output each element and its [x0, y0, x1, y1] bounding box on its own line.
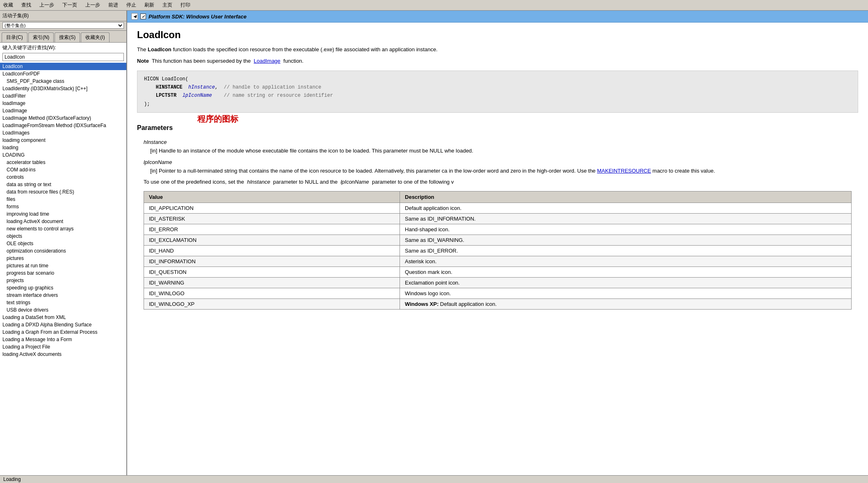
menu-shangyi2[interactable]: 上一步	[84, 1, 102, 9]
menu-chaozhao[interactable]: 查找	[20, 1, 33, 9]
makeintresource-link[interactable]: MAKEINTRESOURCE	[597, 168, 651, 174]
note-text: This function has been superseded by the	[152, 58, 251, 64]
sidebar-list-item[interactable]: Loading a Message Into a Form	[0, 336, 126, 343]
search-input[interactable]	[2, 53, 124, 61]
sidebar-list-item[interactable]: loadImage	[0, 100, 126, 107]
loadicon-bold: LoadIcon	[148, 46, 171, 52]
icon-table: Value Description IDI_APPLICATIONDefault…	[144, 191, 852, 310]
menu-zhuye[interactable]: 主页	[161, 1, 174, 9]
sidebar-list-item[interactable]: improving load time	[0, 210, 126, 218]
code-comment-line2: // handle to application instance	[224, 84, 321, 90]
table-row: IDI_HANDSame as IDI_ERROR.	[144, 245, 852, 256]
sidebar-list-item[interactable]: loading ActiveX documents	[0, 351, 126, 358]
menu-dayin[interactable]: 打印	[179, 1, 192, 9]
menu-shuaxin[interactable]: 刷新	[143, 1, 156, 9]
sidebar-list-item[interactable]: LoadIFilter	[0, 92, 126, 100]
table-row: IDI_QUESTIONQuestion mark icon.	[144, 267, 852, 277]
sidebar-list-item[interactable]: pictures at run time	[0, 262, 126, 269]
menu-bar: 收藏 查找 上一步 下一页 上一步 前进 停止 刷新 主页 打印	[0, 0, 868, 11]
table-row: IDI_WINLOGO_XPWindows XP: Default applic…	[144, 298, 852, 309]
tab-contents[interactable]: 目录(C)	[2, 32, 27, 42]
lpiconname-italic: lpIconName	[340, 179, 369, 185]
tab-index[interactable]: 索引(N)	[28, 32, 54, 42]
table-cell-value: IDI_ASTERISK	[144, 213, 400, 224]
sidebar-list-item[interactable]: progress bar scenario	[0, 269, 126, 277]
content-body: LoadIcon The LoadIcon function loads the…	[127, 23, 868, 321]
content-area: ◀ ✓ Platform SDK: Windows User Interface…	[127, 11, 868, 475]
sidebar-list-item[interactable]: files	[0, 196, 126, 203]
sidebar-list-item[interactable]: LoadImageFromStream Method (IDXSurfaceFa	[0, 122, 126, 129]
sidebar-list-item[interactable]: LoadIcon	[0, 63, 126, 70]
code-block: HICON LoadIcon( HINSTANCE hInstance, // …	[137, 71, 858, 113]
params-heading: Parameters	[137, 124, 173, 132]
checkbox-icon: ✓	[140, 14, 146, 19]
sidebar-list-item[interactable]: OLE objects	[0, 240, 126, 247]
sidebar-list-item[interactable]: loading ActiveX document	[0, 218, 126, 225]
sidebar-list-item[interactable]: pictures	[0, 255, 126, 262]
param-hinstance-desc: [in] Handle to an instance of the module…	[150, 147, 858, 155]
sidebar-list-item[interactable]: LoadIconForPDF	[0, 70, 126, 77]
sidebar-list-item[interactable]: projects	[0, 277, 126, 284]
table-row: IDI_APPLICATIONDefault application icon.	[144, 203, 852, 213]
sidebar-list-item[interactable]: forms	[0, 203, 126, 210]
sidebar-list-item[interactable]: LoadImage Method (IDXSurfaceFactory)	[0, 114, 126, 122]
search-label: 键入关键字进行查找(W):	[0, 43, 126, 52]
table-row: IDI_WARNINGExclamation point icon.	[144, 277, 852, 288]
nav-back-icon[interactable]: ◀	[131, 13, 138, 20]
hinstance-italic: hInstance	[247, 179, 270, 185]
menu-xiayiye[interactable]: 下一页	[61, 1, 79, 9]
sidebar-list-item[interactable]: Loading a Project File	[0, 343, 126, 351]
table-cell-value: IDI_ERROR	[144, 224, 400, 235]
sidebar-list-item[interactable]: Loading a DPXD Alpha Blending Surface	[0, 321, 126, 328]
sidebar-list-item[interactable]: loading	[0, 144, 126, 151]
table-cell-value: IDI_WINLOGO_XP	[144, 298, 400, 309]
sidebar-list-item[interactable]: LOADING	[0, 151, 126, 159]
sidebar-collection-dropdown[interactable]: (整个集合)	[2, 22, 124, 29]
sidebar-list-item[interactable]: COM add-ins	[0, 166, 126, 173]
table-row: IDI_ASTERISKSame as IDI_INFORMATION.	[144, 213, 852, 224]
table-cell-value: IDI_WINLOGO	[144, 288, 400, 298]
menu-tingzhi[interactable]: 停止	[125, 1, 138, 9]
table-row: IDI_EXCLAMATIONSame as IDI_WARNING.	[144, 235, 852, 245]
menu-shoucang[interactable]: 收藏	[2, 1, 15, 9]
loadimage-link[interactable]: LoadImage	[254, 58, 281, 64]
table-cell-desc: Asterisk icon.	[400, 256, 852, 267]
sidebar-dropdown-container: (整个集合)	[0, 21, 126, 31]
table-row: IDI_ERRORHand-shaped icon.	[144, 224, 852, 235]
sidebar-list-item[interactable]: optimization considerations	[0, 247, 126, 255]
code-line3: LPCTSTR lpIconName // name string or res…	[144, 91, 851, 100]
sidebar-list-item[interactable]: LoadIdentity (ID3DXMatrixStack) [C++]	[0, 85, 126, 92]
doc-title: LoadIcon	[137, 29, 858, 41]
note-box: Note This function has been superseded b…	[137, 58, 858, 64]
sidebar-list-item[interactable]: data from resource files (.RES)	[0, 188, 126, 196]
params-section-header: Parameters 程序的图标	[137, 118, 858, 135]
sidebar-list-item[interactable]: LoadImages	[0, 129, 126, 137]
menu-shangyi[interactable]: 上一步	[38, 1, 56, 9]
sidebar-list-item[interactable]: speeding up graphics	[0, 284, 126, 292]
sidebar-list-item[interactable]: accelerator tables	[0, 159, 126, 166]
sidebar-list: LoadIconLoadIconForPDFSMS_PDF_Package cl…	[0, 63, 126, 475]
menu-qianjin[interactable]: 前进	[107, 1, 120, 9]
sidebar-list-item[interactable]: LoadImage	[0, 107, 126, 114]
sidebar-list-item[interactable]: objects	[0, 232, 126, 240]
sidebar-list-item[interactable]: loadimg component	[0, 137, 126, 144]
code-kw-hinstance: HINSTANCE	[156, 84, 183, 90]
note-label: Note	[137, 58, 149, 64]
tab-favorites[interactable]: 收藏夹(I)	[81, 32, 109, 42]
status-bar: Loading	[0, 475, 868, 483]
sidebar-list-item[interactable]: stream interface drivers	[0, 292, 126, 299]
sidebar-list-item[interactable]: USB device drivers	[0, 306, 126, 314]
sidebar-list-item[interactable]: data as string or text	[0, 181, 126, 188]
tab-search[interactable]: 搜索(S)	[55, 32, 80, 42]
code-line2: HINSTANCE hInstance, // handle to applic…	[144, 83, 851, 91]
intro-paragraph: The LoadIcon function loads the specifie…	[137, 46, 858, 54]
sidebar-list-item[interactable]: SMS_PDF_Package class	[0, 77, 126, 85]
sidebar-list-item[interactable]: controls	[0, 173, 126, 181]
sidebar-list-item[interactable]: text strings	[0, 299, 126, 306]
sidebar-list-item[interactable]: Loading a Graph From an External Process	[0, 328, 126, 336]
titlebar-text: Platform SDK: Windows User Interface	[148, 14, 247, 20]
sidebar-list-item[interactable]: Loading a DataSet from XML	[0, 314, 126, 321]
sidebar-list-item[interactable]: new elements to control arrays	[0, 225, 126, 232]
param-hinstance-name: hInstance	[144, 139, 858, 145]
table-cell-value: IDI_QUESTION	[144, 267, 400, 277]
